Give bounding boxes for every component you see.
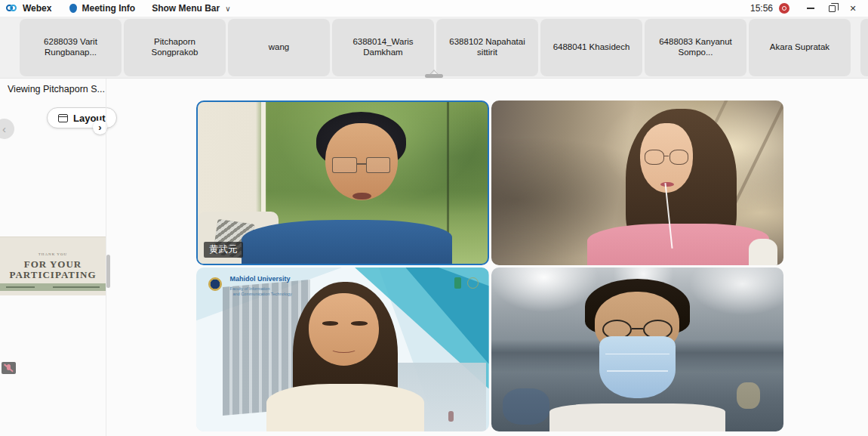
slide-title-line2: PARTICIPATING — [0, 269, 106, 281]
slide-footer-strip — [0, 283, 106, 291]
glasses-art — [332, 157, 390, 173]
participant-name: 6388014_Waris Damkham — [340, 37, 426, 58]
participant-tile[interactable]: 6488041 Khasidech — [540, 19, 642, 76]
close-button[interactable]: ✕ — [842, 1, 863, 16]
video-tile-active-speaker[interactable]: 黄武元 — [196, 100, 489, 265]
mahidol-university-label: Mahidol University — [230, 275, 291, 283]
chevron-down-icon: ∨ — [225, 5, 230, 13]
participant-tile[interactable]: 6388014_Waris Damkham — [332, 19, 434, 76]
chevron-right-icon: › — [98, 122, 101, 133]
face-mask-art — [599, 336, 676, 399]
participant-name: 6288039 Varit Rungbanap... — [27, 37, 114, 58]
viewing-status-label: Viewing Pitchaporn S... — [8, 84, 105, 94]
faculty-label-line2: and Communication Technology — [232, 292, 291, 296]
mouth-art — [660, 182, 673, 187]
participant-filmstrip: 6288039 Varit Rungbanap... Pitchaporn So… — [0, 17, 868, 79]
filmstrip-collapse-handle[interactable] — [425, 74, 443, 78]
show-menu-bar-label: Show Menu Bar — [152, 3, 220, 14]
participant-tile[interactable]: Pitchaporn Songprakob — [124, 19, 226, 76]
participant-name: 6388102 Napahatai sittirit — [444, 37, 531, 58]
participant-tile-partial[interactable] — [860, 19, 868, 76]
participant-name: 6488083 Kanyanut Sompo... — [652, 37, 739, 58]
title-bar: Webex Meeting Info Show Menu Bar ∨ 15:56… — [0, 0, 868, 17]
video-tile-top-right[interactable] — [491, 100, 784, 265]
meeting-info-shield-icon — [69, 4, 77, 13]
pedestrian-art — [448, 411, 454, 422]
webex-meeting-window: Webex Meeting Info Show Menu Bar ∨ 15:56… — [0, 0, 868, 436]
main-stage: Viewing Pitchaporn S... ‹ Layout › THANK… — [0, 79, 868, 436]
participant-tile[interactable]: Akara Supratak — [749, 19, 851, 76]
shirt-art — [242, 220, 453, 264]
participant-name: Akara Supratak — [770, 42, 830, 53]
participant-name: 6488041 Khasidech — [553, 42, 630, 53]
mouth-art — [352, 193, 371, 200]
office-seat-art — [503, 388, 549, 425]
sidebar-scrollbar-thumb[interactable] — [106, 255, 110, 288]
restore-button[interactable] — [821, 1, 842, 16]
clock: 15:56 — [750, 3, 773, 14]
blouse-art — [266, 384, 424, 431]
microphone-muted-icon[interactable] — [2, 362, 16, 374]
eye-art — [322, 321, 338, 325]
mahidol-emblem-icon — [208, 277, 222, 291]
pink-top-art — [587, 224, 768, 264]
shirt-art — [549, 404, 725, 431]
participant-tile[interactable]: 6288039 Varit Rungbanap... — [20, 19, 122, 76]
participant-face-art — [309, 293, 379, 366]
video-grid: 黄武元 Mahid — [196, 100, 783, 431]
title-bar-right: 15:56 ✕ — [750, 1, 868, 16]
shared-slide-thumbnail[interactable]: THANK YOU FOR YOUR PARTICIPATING — [0, 237, 106, 295]
participant-tile[interactable]: 6488083 Kanyanut Sompo... — [645, 19, 746, 76]
title-bar-left: Webex Meeting Info Show Menu Bar ∨ — [0, 3, 230, 14]
previous-page-button[interactable]: ‹ — [0, 119, 14, 139]
glasses-art — [645, 150, 688, 165]
participant-name: wang — [269, 42, 290, 53]
minimize-button[interactable] — [800, 1, 821, 16]
shoulder-art — [749, 239, 778, 265]
name-tag: 黄武元 — [204, 242, 243, 258]
anniversary-logo-icon — [467, 277, 479, 289]
show-menu-bar-button[interactable]: Show Menu Bar ∨ — [152, 3, 230, 14]
chevron-left-icon: ‹ — [2, 122, 6, 135]
participant-tile[interactable]: 6388102 Napahatai sittirit — [436, 19, 538, 76]
background-person-art — [737, 382, 760, 409]
app-title: Webex — [23, 3, 51, 14]
smile-art — [331, 345, 357, 353]
video-tile-bottom-right[interactable] — [491, 267, 784, 432]
ict-logo-icon — [454, 277, 461, 289]
slide-caption: THANK YOU — [0, 252, 106, 256]
participant-name: Pitchaporn Songprakob — [131, 37, 218, 58]
video-tile-bottom-left[interactable]: Mahidol University Faculty of Informatio… — [196, 267, 489, 432]
participant-tile[interactable]: wang — [228, 19, 330, 76]
participant-strip-row: 6288039 Varit Rungbanap... Pitchaporn So… — [20, 19, 851, 76]
layout-grid-icon — [58, 114, 68, 122]
webex-logo-icon — [6, 4, 18, 13]
eye-art — [351, 321, 367, 325]
recording-indicator-icon[interactable] — [779, 3, 790, 14]
meeting-info-button[interactable]: Meeting Info — [82, 3, 135, 14]
faculty-label-line1: Faculty of Information — [230, 286, 270, 291]
